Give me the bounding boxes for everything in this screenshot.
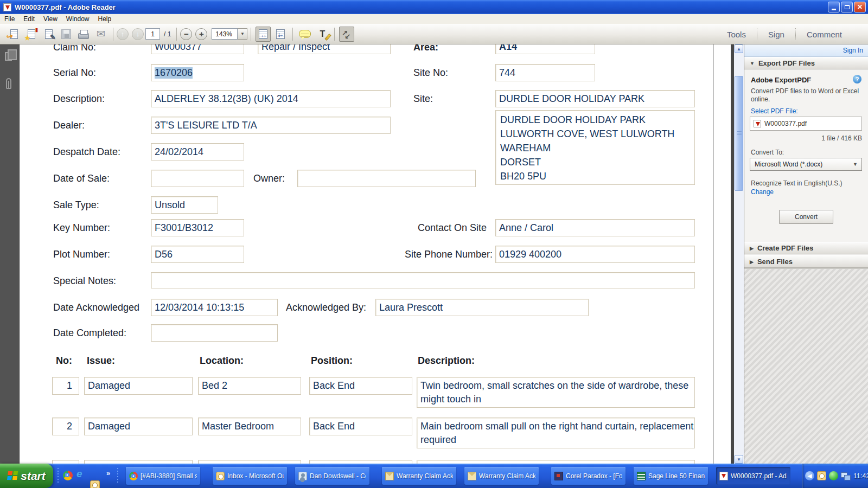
convert-button[interactable]: Convert — [779, 210, 833, 224]
key-number-field[interactable]: F3001/B3012 — [151, 219, 244, 236]
dealer-field[interactable]: 3T'S LEISURE LTD T/A — [151, 117, 391, 134]
sticky-note-icon[interactable] — [297, 27, 312, 42]
tray-status-icon[interactable] — [829, 471, 838, 480]
create-pdf-icon[interactable]: ★▮ — [24, 27, 39, 42]
vertical-scrollbar[interactable]: ▲ ▼ — [734, 44, 744, 464]
zoom-in-icon[interactable]: + — [195, 28, 207, 40]
issue-1-no-field[interactable]: 1 — [52, 377, 79, 395]
zoom-dropdown-icon[interactable]: ▼ — [238, 28, 247, 40]
acknowledged-by-field[interactable]: Laura Prescott — [375, 299, 589, 316]
sign-panel-button[interactable]: Sign — [757, 30, 795, 39]
fullscreen-icon[interactable]: ↗↙ — [339, 27, 354, 42]
internet-explorer-quicklaunch-icon[interactable]: e — [76, 468, 86, 478]
issue-3-description-field[interactable] — [417, 460, 695, 464]
email-icon[interactable]: ✉ — [93, 27, 108, 42]
fit-width-icon[interactable]: ↔ — [256, 27, 271, 42]
site-phone-field[interactable]: 01929 400200 — [495, 246, 695, 263]
restore-button[interactable] — [841, 2, 853, 12]
next-page-icon[interactable]: ↓ — [132, 28, 144, 40]
page-number-input[interactable]: 1 — [145, 28, 160, 40]
issue-1-location-field[interactable]: Bed 2 — [198, 377, 301, 395]
task-button-w0000377-pdf[interactable]: W0000377.pdf - Ad... — [716, 467, 790, 485]
tools-panel-button[interactable]: Tools — [716, 30, 757, 39]
issue-2-no-field[interactable]: 2 — [52, 418, 79, 435]
tray-network-icon[interactable] — [841, 471, 850, 480]
plot-number-field[interactable]: D56 — [151, 246, 244, 263]
issue-3-issue-field[interactable] — [84, 460, 193, 464]
issue-3-position-field[interactable] — [309, 460, 412, 464]
site-no-field[interactable]: 744 — [495, 64, 595, 81]
pdf-document[interactable]: Claim No: W0000377 Repair / Inspect Area… — [20, 44, 731, 464]
issue-1-issue-field[interactable]: Damaged — [84, 377, 193, 395]
claim-type-field[interactable]: Repair / Inspect — [258, 44, 391, 54]
quicklaunch-overflow-chevron[interactable]: » — [106, 469, 110, 477]
send-files-section-header[interactable]: ▶ Send Files — [744, 255, 868, 268]
convert-format-dropdown[interactable]: Microsoft Word (*.docx) ▼ — [750, 158, 862, 171]
task-button-inbox-outlook[interactable]: Inbox - Microsoft Ou... — [213, 467, 287, 485]
minimize-button[interactable] — [828, 2, 840, 12]
close-button[interactable]: ✕ — [854, 2, 866, 12]
date-of-sale-field[interactable] — [151, 170, 244, 187]
taskbar-divider — [117, 468, 118, 484]
date-acknowledged-field[interactable]: 12/03/2014 10:13:15 — [151, 299, 278, 316]
claim-no-field[interactable]: W0000377 — [151, 44, 244, 54]
create-pdf-section-header[interactable]: ▶ Create PDF Files — [744, 242, 868, 254]
start-button[interactable]: start — [0, 464, 53, 488]
sign-in-link[interactable]: Sign In — [843, 47, 863, 54]
issue-3-no-field[interactable] — [52, 460, 79, 464]
selected-file-box[interactable]: W0000377.pdf — [750, 117, 862, 131]
issue-3-location-field[interactable] — [198, 460, 301, 464]
site-field[interactable]: DURDLE DOOR HOLIDAY PARK — [495, 90, 695, 107]
issue-1-description-field[interactable]: Twin bedroom, small scratches on the sid… — [417, 377, 695, 408]
area-field[interactable]: A14 — [495, 44, 595, 54]
menu-file[interactable]: File — [0, 14, 19, 24]
change-link[interactable]: Change — [751, 188, 774, 196]
issue-2-issue-field[interactable]: Damaged — [84, 418, 193, 435]
issue-2-position-field[interactable]: Back End — [309, 418, 412, 435]
scroll-up-icon[interactable]: ▲ — [735, 44, 743, 53]
sign-document-icon[interactable]: ✎ — [41, 27, 56, 42]
scroll-down-icon[interactable]: ▼ — [735, 455, 743, 464]
menu-view[interactable]: View — [39, 14, 62, 24]
attachments-icon[interactable] — [6, 78, 11, 89]
previous-page-icon[interactable]: ↑ — [117, 28, 129, 40]
save-icon[interactable] — [59, 27, 74, 42]
window-titlebar[interactable]: W0000377.pdf - Adobe Reader ✕ — [0, 0, 868, 14]
menu-edit[interactable]: Edit — [19, 14, 39, 24]
issue-2-location-field[interactable]: Master Bedroom — [198, 418, 301, 435]
comment-panel-button[interactable]: Comment — [796, 30, 853, 39]
help-icon[interactable]: ? — [853, 75, 861, 84]
contact-on-site-field[interactable]: Anne / Carol — [495, 219, 695, 236]
outlook-quicklaunch-icon[interactable] — [90, 480, 100, 488]
task-button-abi-3880[interactable]: [#ABI-3880] Small s... — [126, 467, 200, 485]
tray-outlook-reminder-icon[interactable] — [817, 471, 826, 480]
print-icon[interactable] — [76, 27, 91, 42]
owner-field[interactable] — [297, 170, 476, 187]
site-address-field[interactable]: DURDLE DOOR HOLIDAY PARK LULWORTH COVE, … — [495, 110, 695, 185]
issue-2-description-field[interactable]: Main bedroom small pull on the right han… — [417, 418, 695, 448]
open-file-icon[interactable]: ↪ — [7, 27, 22, 42]
task-button-sage-line-50[interactable]: Sage Line 50 Financi... — [634, 467, 708, 485]
issue-1-position-field[interactable]: Back End — [309, 377, 412, 395]
zoom-out-icon[interactable]: − — [180, 28, 192, 40]
special-notes-field[interactable] — [151, 272, 695, 288]
description-field[interactable]: ALDERLEY 38.12(3B) (UK) 2014 — [151, 90, 391, 107]
menu-window[interactable]: Window — [62, 14, 94, 24]
despatch-date-field[interactable]: 24/02/2014 — [151, 143, 244, 160]
zoom-level-input[interactable]: 143% — [212, 28, 238, 40]
export-pdf-section-header[interactable]: ▼ Export PDF Files — [744, 57, 868, 69]
serial-no-field[interactable]: 1670206 — [151, 64, 244, 81]
highlight-text-icon[interactable]: T — [315, 27, 330, 42]
task-button-warranty-claim-1[interactable]: Warranty Claim Ackn... — [382, 467, 456, 485]
task-button-corel-paradox[interactable]: Corel Paradox - [For... — [551, 467, 626, 485]
page-thumbnails-icon[interactable] — [5, 52, 12, 61]
task-button-warranty-claim-2[interactable]: Warranty Claim Ackn... — [464, 467, 539, 485]
scrollbar-thumb[interactable] — [735, 76, 743, 191]
chrome-quicklaunch-icon[interactable] — [63, 471, 73, 480]
menu-help[interactable]: Help — [94, 14, 116, 24]
task-button-dan-dowdswell[interactable]: Dan Dowdswell - Co... — [295, 467, 369, 485]
fit-page-icon[interactable]: ↕↔ — [273, 27, 288, 42]
date-completed-field[interactable] — [151, 324, 278, 342]
sale-type-field[interactable]: Unsold — [151, 196, 218, 214]
tray-collapse-chevron-icon[interactable]: ◀ — [805, 471, 814, 480]
